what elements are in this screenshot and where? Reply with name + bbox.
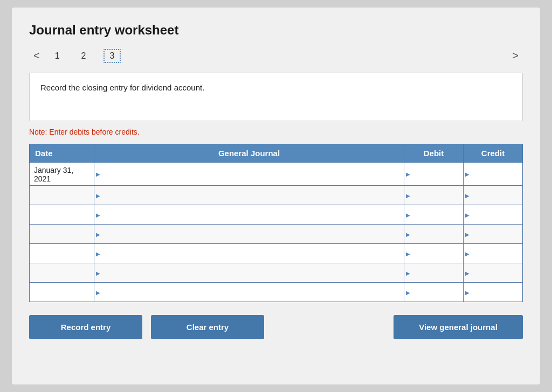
credit-cell-4[interactable] xyxy=(464,225,523,244)
table-row xyxy=(30,225,523,244)
table-row xyxy=(30,205,523,225)
instruction-text: Record the closing entry for dividend ac… xyxy=(40,83,204,92)
record-entry-button[interactable]: Record entry xyxy=(29,315,142,339)
credit-cell-2[interactable] xyxy=(464,186,523,205)
table-row xyxy=(30,283,523,302)
debit-cell-1[interactable] xyxy=(404,163,464,186)
col-general-journal: General Journal xyxy=(94,144,404,163)
table-row xyxy=(30,186,523,205)
credit-input-7[interactable] xyxy=(464,283,522,302)
credit-cell-3[interactable] xyxy=(464,205,523,225)
debit-input-3[interactable] xyxy=(404,205,463,224)
credit-input-2[interactable] xyxy=(464,186,522,205)
credit-input-1[interactable] xyxy=(464,163,522,185)
journal-cell-3[interactable] xyxy=(94,205,404,225)
credit-input-6[interactable] xyxy=(464,263,522,282)
clear-entry-button[interactable]: Clear entry xyxy=(151,315,264,339)
debit-input-1[interactable] xyxy=(404,163,463,185)
next-page-arrow[interactable]: > xyxy=(508,47,523,64)
debit-cell-4[interactable] xyxy=(404,225,464,244)
credit-input-3[interactable] xyxy=(464,205,522,224)
date-cell-5 xyxy=(30,244,94,263)
credit-cell-5[interactable] xyxy=(464,244,523,263)
date-cell-1: January 31,2021 xyxy=(30,163,94,186)
credit-cell-7[interactable] xyxy=(464,283,523,302)
debit-input-2[interactable] xyxy=(404,186,463,205)
debit-input-5[interactable] xyxy=(404,244,463,263)
journal-input-4[interactable] xyxy=(94,225,404,243)
col-date: Date xyxy=(30,144,94,163)
journal-input-3[interactable] xyxy=(94,205,404,224)
journal-input-2[interactable] xyxy=(94,186,404,205)
journal-input-7[interactable] xyxy=(94,283,404,302)
date-cell-4 xyxy=(30,225,94,244)
view-general-journal-button[interactable]: View general journal xyxy=(394,315,523,339)
buttons-row: Record entry Clear entry View general jo… xyxy=(29,315,523,339)
journal-table: Date General Journal Debit Credit Januar… xyxy=(29,144,523,302)
date-cell-7 xyxy=(30,283,94,302)
journal-cell-7[interactable] xyxy=(94,283,404,302)
debit-cell-7[interactable] xyxy=(404,283,464,302)
debit-input-7[interactable] xyxy=(404,283,463,302)
journal-cell-4[interactable] xyxy=(94,225,404,244)
pagination-bar: < 1 2 3 > xyxy=(29,47,523,64)
note-text: Note: Enter debits before credits. xyxy=(29,128,523,136)
col-credit: Credit xyxy=(464,144,523,163)
debit-cell-3[interactable] xyxy=(404,205,464,225)
page-title: Journal entry worksheet xyxy=(29,23,523,38)
journal-cell-1[interactable] xyxy=(94,163,404,186)
credit-cell-6[interactable] xyxy=(464,263,523,283)
table-row xyxy=(30,263,523,283)
debit-cell-2[interactable] xyxy=(404,186,464,205)
journal-cell-2[interactable] xyxy=(94,186,404,205)
credit-cell-1[interactable] xyxy=(464,163,523,186)
credit-input-5[interactable] xyxy=(464,244,522,263)
debit-input-6[interactable] xyxy=(404,263,463,282)
date-cell-2 xyxy=(30,186,94,205)
debit-cell-5[interactable] xyxy=(404,244,464,263)
page-2[interactable]: 2 xyxy=(77,49,91,63)
page-1[interactable]: 1 xyxy=(51,49,64,63)
table-row xyxy=(30,244,523,263)
table-row: January 31,2021 xyxy=(30,163,523,186)
instruction-box: Record the closing entry for dividend ac… xyxy=(29,73,523,121)
journal-entry-worksheet: Journal entry worksheet < 1 2 3 > Record… xyxy=(12,8,540,384)
page-3[interactable]: 3 xyxy=(104,49,121,63)
journal-input-1[interactable] xyxy=(94,163,404,185)
date-cell-6 xyxy=(30,263,94,283)
prev-page-arrow[interactable]: < xyxy=(29,47,44,64)
journal-cell-6[interactable] xyxy=(94,263,404,283)
journal-cell-5[interactable] xyxy=(94,244,404,263)
col-debit: Debit xyxy=(404,144,464,163)
debit-cell-6[interactable] xyxy=(404,263,464,283)
date-cell-3 xyxy=(30,205,94,225)
credit-input-4[interactable] xyxy=(464,225,522,243)
debit-input-4[interactable] xyxy=(404,225,463,243)
journal-input-5[interactable] xyxy=(94,244,404,263)
journal-input-6[interactable] xyxy=(94,263,404,282)
